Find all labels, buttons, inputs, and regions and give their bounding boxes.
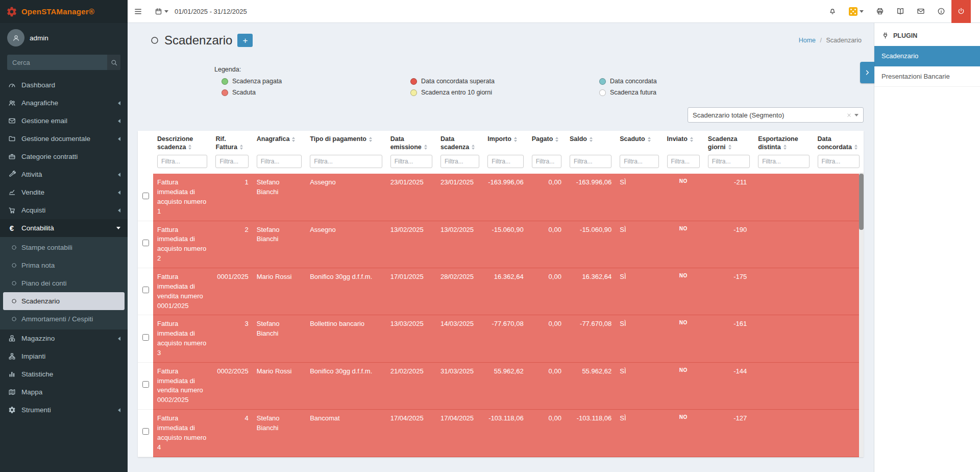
scadenzario-table-card: Descrizione scadenza Rif. Fattura Anagra… <box>138 131 864 457</box>
filter-descrizione-scadenza[interactable] <box>157 155 207 168</box>
documentation-button[interactable] <box>890 0 911 23</box>
table-row[interactable]: Fattura immediata di acquisto numero 2 2… <box>138 221 864 268</box>
table-row[interactable]: Fattura immediata di acquisto numero 4 4… <box>138 410 864 457</box>
sidebar-subitem-prima-nota[interactable]: Prima nota <box>0 256 128 274</box>
sidebar-item-dashboard[interactable]: Dashboard <box>0 76 128 94</box>
plugin-item-scadenzario[interactable]: Scadenzario <box>874 46 980 66</box>
plugin-item-presentazioni-bancarie[interactable]: Presentazioni Bancarie <box>874 66 980 87</box>
row-checkbox[interactable] <box>142 240 149 246</box>
chevron-left-icon <box>118 173 120 177</box>
filter-rif-fattura[interactable] <box>215 155 248 168</box>
sidebar-item-contabilita[interactable]: € Contabilità <box>0 219 128 237</box>
app-logo[interactable]: OpenSTAManager® <box>0 0 128 23</box>
sidebar-item-acquisti[interactable]: Acquisti <box>0 201 128 219</box>
filter-saldo[interactable] <box>570 155 611 168</box>
avatar <box>7 29 24 46</box>
filter-inviato[interactable] <box>667 155 700 168</box>
search-input[interactable] <box>7 55 107 70</box>
col-header-pagato[interactable]: Pagato <box>528 131 566 152</box>
print-button[interactable] <box>870 0 890 23</box>
scrollbar-thumb[interactable] <box>859 174 864 230</box>
row-checkbox[interactable] <box>142 287 149 293</box>
date-range[interactable]: 01/01/2025 - 31/12/2025 <box>175 8 247 15</box>
version-menu-button[interactable] <box>843 0 870 23</box>
col-header-tipo-di-pagamento[interactable]: Tipo di pagamento <box>306 131 386 152</box>
sidebar-subitem-scadenzario[interactable]: Scadenzario <box>3 292 125 310</box>
filter-tipo-di-pagamento[interactable] <box>310 155 382 168</box>
search-button[interactable] <box>107 55 120 70</box>
sidebar-item-magazzino[interactable]: Magazzino <box>0 329 128 347</box>
row-checkbox[interactable] <box>142 428 149 435</box>
cell-scadenza-giorni: -190 <box>704 221 754 268</box>
col-header-rif-fattura[interactable]: Rif. Fattura <box>211 131 252 152</box>
row-checkbox[interactable] <box>142 334 149 341</box>
breadcrumb-home[interactable]: Home <box>799 37 816 44</box>
sidebar-item-gestione-email[interactable]: Gestione email <box>0 112 128 130</box>
table-row[interactable]: Fattura immediata di acquisto numero 3 3… <box>138 315 864 362</box>
col-header-saldo[interactable]: Saldo <box>566 131 616 152</box>
sidebar-item-attivita[interactable]: Attività <box>0 166 128 183</box>
clear-icon[interactable] <box>847 113 851 117</box>
email-button[interactable] <box>911 0 931 23</box>
sidebar-item-impianti[interactable]: Impianti <box>0 347 128 365</box>
cell-anagrafica: Stefano Bianchi <box>253 221 306 268</box>
col-header-data-emissione[interactable]: Data emissione <box>386 131 436 152</box>
filter-esportazione-distinta[interactable] <box>758 155 809 168</box>
filter-data-emissione[interactable] <box>390 155 432 168</box>
col-header-data-concordata[interactable]: Data concordata <box>814 131 864 152</box>
sidebar-item-anagrafiche[interactable]: Anagrafiche <box>0 94 128 112</box>
user-name: admin <box>30 34 48 42</box>
filter-data-scadenza[interactable] <box>440 155 479 168</box>
date-range-button[interactable] <box>149 0 175 23</box>
table-row[interactable]: Fattura immediata di vendita numero 0002… <box>138 362 864 409</box>
bell-icon <box>828 7 837 15</box>
sidebar-toggle-button[interactable] <box>128 0 149 23</box>
legend-item: Scaduta <box>222 89 410 96</box>
col-header-importo[interactable]: Importo <box>483 131 527 152</box>
sidebar-item-strumenti[interactable]: Strumenti <box>0 401 128 419</box>
briefcase-icon <box>7 153 16 160</box>
filter-anagrafica[interactable] <box>257 155 302 168</box>
bar-chart-icon <box>7 370 16 378</box>
topbar: 01/01/2025 - 31/12/2025 <box>128 0 980 23</box>
cell-data-scadenza: 28/02/2025 <box>436 268 483 315</box>
filter-pagato[interactable] <box>532 155 561 168</box>
filter-data-concordata[interactable] <box>818 155 860 168</box>
sidebar-item-statistiche[interactable]: Statistiche <box>0 365 128 383</box>
col-header-anagrafica[interactable]: Anagrafica <box>253 131 306 152</box>
info-button[interactable] <box>931 0 951 23</box>
cell-esportazione-distinta <box>754 221 813 268</box>
row-checkbox[interactable] <box>142 381 149 388</box>
table-scrollbar[interactable] <box>859 173 864 457</box>
filter-scaduto[interactable] <box>620 155 658 168</box>
logout-button[interactable] <box>951 0 971 23</box>
col-header-esportazione-distinta[interactable]: Esportazione distinta <box>754 131 813 152</box>
add-button[interactable]: + <box>237 34 253 47</box>
sidebar-item-gestione-documentale[interactable]: Gestione documentale <box>0 130 128 148</box>
sidebar-item-mappa[interactable]: Mappa <box>0 383 128 401</box>
sidebar-item-vendite[interactable]: Vendite <box>0 183 128 201</box>
chevron-left-icon <box>118 337 120 341</box>
col-header-descrizione-scadenza[interactable]: Descrizione scadenza <box>153 131 211 152</box>
table-row[interactable]: Fattura immediata di vendita numero 0001… <box>138 268 864 315</box>
chevron-left-icon <box>118 119 120 123</box>
row-checkbox[interactable] <box>142 193 149 199</box>
col-header-scadenza-giorni[interactable]: Scadenza giorni <box>704 131 754 152</box>
filter-importo[interactable] <box>487 155 523 168</box>
sidebar-item-categorie-contratti[interactable]: Categorie contratti <box>0 148 128 166</box>
sidebar-subitem-ammortamenti-cespiti[interactable]: Ammortamenti / Cespiti <box>0 310 128 328</box>
panel-collapse-button[interactable] <box>860 62 874 83</box>
filter-scadenza-giorni[interactable] <box>708 155 750 168</box>
notifications-button[interactable] <box>822 0 843 23</box>
col-header-scaduto[interactable]: Scaduto <box>616 131 663 152</box>
table-row[interactable]: Fattura immediata di acquisto numero 1 1… <box>138 174 864 221</box>
segment-select[interactable]: Scadenzario totale (Segmento) <box>688 107 864 123</box>
cell-importo: -15.060,90 <box>483 221 527 268</box>
sidebar-subitem-stampe-contabili[interactable]: Stampe contabili <box>0 239 128 256</box>
cell-scaduto: SÌ <box>616 410 663 457</box>
col-header-inviato[interactable]: Inviato <box>663 131 704 152</box>
col-header-data-scadenza[interactable]: Data scadenza <box>436 131 483 152</box>
sidebar-subitem-piano-dei-conti[interactable]: Piano dei conti <box>0 274 128 292</box>
legend-item: Data concordata superata <box>410 78 599 85</box>
cell-tipo-pagamento: Bollettino bancario <box>306 315 386 362</box>
